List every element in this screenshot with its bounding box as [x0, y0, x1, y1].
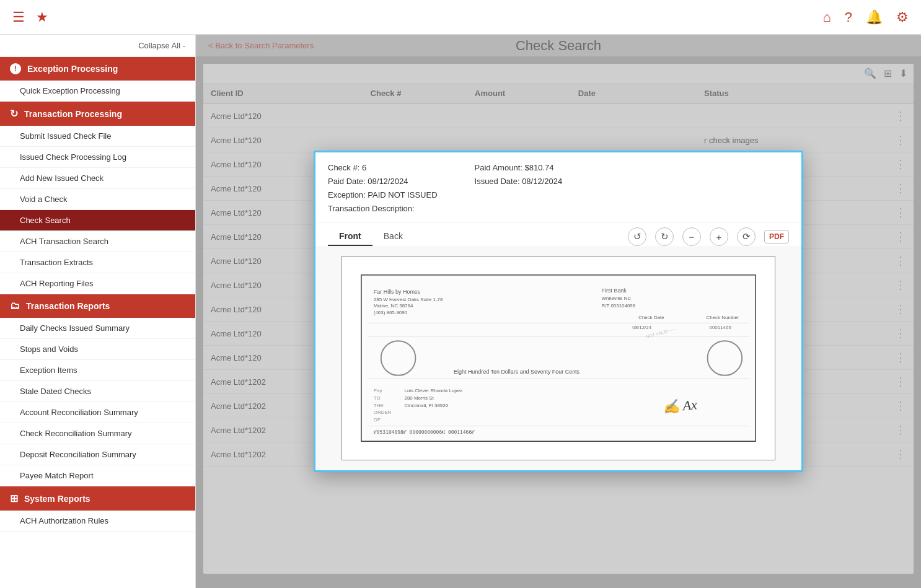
tab-front[interactable]: Front [328, 227, 372, 246]
system-icon: ⊞ [10, 493, 18, 504]
modal-tabs: Front Back [328, 227, 414, 246]
sidebar-item-acct-recon[interactable]: Account Reconciliation Summary [0, 402, 195, 423]
zoom-in-button[interactable]: + [710, 227, 728, 246]
bell-icon[interactable]: 🔔 [866, 9, 883, 25]
sidebar-item-add-new[interactable]: Add New Issued Check [0, 168, 195, 189]
paid-amount: Paid Amount: $810.74 [475, 161, 563, 175]
issued-date: Issued Date: 08/12/2024 [475, 175, 563, 188]
sidebar-item-void-check[interactable]: Void a Check [0, 189, 195, 210]
reports-icon: 🗂 [10, 301, 20, 312]
exception-label: Exception: PAID NOT ISSUED [328, 188, 438, 202]
sidebar-item-ach-auth[interactable]: ACH Authorization Rules [0, 511, 195, 532]
modal-overlay[interactable]: Check #: 6 Paid Date: 08/12/2024 Excepti… [196, 35, 921, 588]
sidebar-section-system-reports[interactable]: ⊞ System Reports [0, 486, 195, 511]
modal-tabs-row: Front Back ↺ ↻ − + ⟳ PDF [315, 222, 801, 246]
svg-rect-31 [361, 275, 756, 441]
rotate-right-button[interactable]: ↻ [655, 227, 674, 246]
sidebar-item-check-recon[interactable]: Check Reconciliation Summary [0, 423, 195, 444]
sidebar-item-payee-match[interactable]: Payee Match Report [0, 465, 195, 486]
reset-button[interactable]: ⟳ [737, 227, 756, 246]
sidebar-item-ach-reporting[interactable]: ACH Reporting Files [0, 273, 195, 294]
sidebar-section-transaction-processing[interactable]: ↻ Transaction Processing [0, 102, 195, 126]
check-info-right: Paid Amount: $810.74 Issued Date: 08/12/… [475, 161, 563, 216]
modal-header: Check #: 6 Paid Date: 08/12/2024 Excepti… [315, 152, 801, 222]
sidebar-item-exception-items[interactable]: Exception Items [0, 360, 195, 381]
collapse-all-button[interactable]: Collapse All - [0, 35, 195, 57]
transaction-reports-label: Transaction Reports [26, 301, 110, 311]
sidebar-item-submit-issued[interactable]: Submit Issued Check File [0, 126, 195, 147]
sidebar-item-stops-voids[interactable]: Stops and Voids [0, 339, 195, 360]
check-info-left: Check #: 6 Paid Date: 08/12/2024 Excepti… [328, 161, 438, 216]
system-reports-label: System Reports [24, 494, 90, 504]
sidebar-section-transaction-reports[interactable]: 🗂 Transaction Reports [0, 294, 195, 318]
gear-icon[interactable]: ⚙ [896, 9, 909, 25]
top-nav: ☰ ★ ⌂ ? 🔔 ⚙ [0, 0, 921, 35]
tx-description: Transaction Description: [328, 202, 438, 216]
zoom-out-button[interactable]: − [682, 227, 701, 246]
sidebar-item-daily-checks[interactable]: Daily Checks Issued Summary [0, 318, 195, 339]
sidebar-item-quick-exception[interactable]: Quick Exception Processing [0, 81, 195, 102]
nav-left: ☰ ★ [12, 9, 48, 25]
star-icon[interactable]: ★ [36, 9, 48, 25]
paid-date: Paid Date: 08/12/2024 [328, 175, 438, 188]
nav-right: ⌂ ? 🔔 ⚙ [822, 9, 909, 25]
exception-processing-label: Exception Processing [27, 64, 118, 74]
sidebar-item-deposit-recon[interactable]: Deposit Reconciliation Summary [0, 444, 195, 465]
sidebar-item-ach-search[interactable]: ACH Transaction Search [0, 231, 195, 252]
check-image: Far Hills by Homes 285 W Harvest Oaks Su… [342, 256, 775, 460]
content-area: < Back to Search Parameters Check Search… [196, 35, 921, 588]
check-info: Check #: 6 Paid Date: 08/12/2024 Excepti… [328, 161, 789, 216]
check-image-modal: Check #: 6 Paid Date: 08/12/2024 Excepti… [314, 151, 803, 472]
refresh-icon: ↻ [10, 108, 18, 120]
modal-actions: ↺ ↻ − + ⟳ PDF [628, 227, 789, 246]
tab-back[interactable]: Back [372, 227, 414, 246]
sidebar: Collapse All - ! Exception Processing Qu… [0, 35, 196, 588]
pdf-button[interactable]: PDF [764, 230, 789, 244]
menu-icon[interactable]: ☰ [12, 9, 25, 25]
check-image-area: Far Hills by Homes 285 W Harvest Oaks Su… [315, 246, 801, 470]
rotate-left-button[interactable]: ↺ [628, 227, 646, 246]
check-number: Check #: 6 [328, 161, 438, 175]
sidebar-section-exception-processing[interactable]: ! Exception Processing [0, 57, 195, 81]
sidebar-item-check-search[interactable]: Check Search [0, 210, 195, 231]
sidebar-item-stale-dated[interactable]: Stale Dated Checks [0, 381, 195, 402]
sidebar-item-issued-log[interactable]: Issued Check Processing Log [0, 147, 195, 168]
sidebar-item-tx-extracts[interactable]: Transaction Extracts [0, 252, 195, 273]
main-layout: Collapse All - ! Exception Processing Qu… [0, 35, 921, 588]
home-icon[interactable]: ⌂ [822, 9, 831, 25]
help-icon[interactable]: ? [845, 9, 852, 25]
exclamation-icon: ! [10, 63, 21, 74]
transaction-processing-label: Transaction Processing [24, 109, 122, 119]
